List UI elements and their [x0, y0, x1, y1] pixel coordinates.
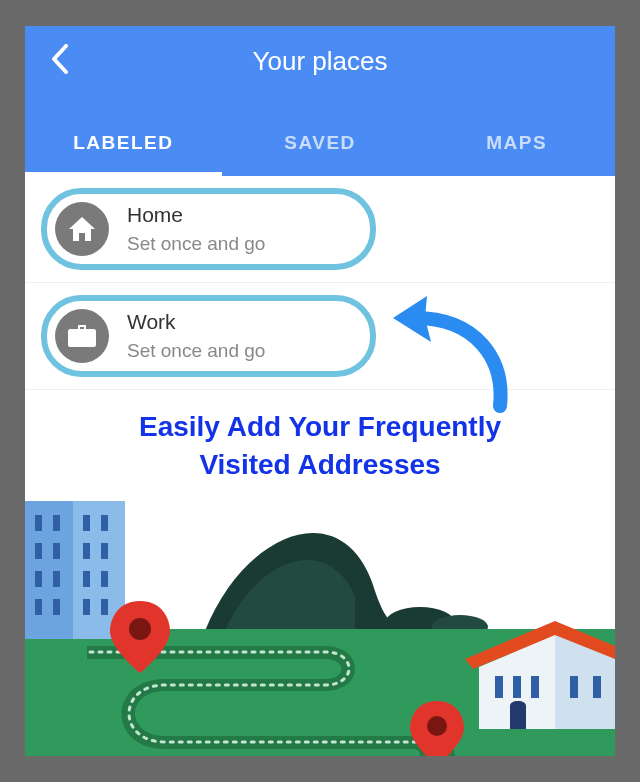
tabs: LABELED SAVED MAPS — [25, 96, 615, 176]
tab-maps[interactable]: MAPS — [418, 132, 615, 176]
list-item: Work Set once and go — [25, 283, 615, 390]
svg-rect-19 — [83, 599, 90, 615]
work-place-button[interactable]: Work Set once and go — [41, 295, 376, 377]
svg-rect-14 — [101, 515, 108, 531]
svg-rect-17 — [83, 571, 90, 587]
svg-rect-24 — [570, 676, 578, 698]
svg-rect-23 — [531, 676, 539, 698]
home-icon — [68, 216, 96, 242]
svg-rect-11 — [35, 599, 42, 615]
callout-text: Easily Add Your Frequently Visited Addre… — [25, 390, 615, 490]
home-icon-circle — [55, 202, 109, 256]
svg-rect-13 — [83, 515, 90, 531]
svg-rect-4 — [25, 501, 73, 639]
places-list: Home Set once and go Work Set once and g… — [25, 176, 615, 390]
list-item: Home Set once and go — [25, 176, 615, 283]
header: Your places LABELED SAVED MAPS — [25, 26, 615, 176]
svg-rect-16 — [101, 543, 108, 559]
illustration — [25, 501, 615, 756]
svg-rect-20 — [101, 599, 108, 615]
svg-rect-18 — [101, 571, 108, 587]
titlebar: Your places — [25, 26, 615, 96]
callout-line2: Visited Addresses — [199, 449, 440, 480]
work-label: Work — [127, 310, 265, 334]
tab-labeled[interactable]: LABELED — [25, 132, 222, 176]
svg-rect-21 — [513, 676, 521, 698]
page-title: Your places — [253, 46, 388, 77]
home-sub: Set once and go — [127, 233, 265, 255]
work-icon-circle — [55, 309, 109, 363]
svg-point-26 — [129, 618, 151, 640]
chevron-left-icon — [51, 44, 69, 74]
svg-rect-8 — [53, 543, 60, 559]
svg-point-27 — [427, 716, 447, 736]
back-button[interactable] — [43, 36, 77, 86]
item-text: Work Set once and go — [127, 310, 265, 362]
home-place-button[interactable]: Home Set once and go — [41, 188, 376, 270]
svg-rect-22 — [495, 676, 503, 698]
svg-rect-15 — [83, 543, 90, 559]
svg-rect-10 — [53, 571, 60, 587]
work-sub: Set once and go — [127, 340, 265, 362]
app-screen: Your places LABELED SAVED MAPS Home Set … — [25, 26, 615, 756]
svg-rect-12 — [53, 599, 60, 615]
svg-rect-25 — [593, 676, 601, 698]
svg-rect-7 — [35, 543, 42, 559]
svg-rect-9 — [35, 571, 42, 587]
svg-rect-5 — [35, 515, 42, 531]
tab-saved[interactable]: SAVED — [222, 132, 419, 176]
briefcase-icon — [68, 324, 96, 348]
item-text: Home Set once and go — [127, 203, 265, 255]
callout-line1: Easily Add Your Frequently — [139, 411, 501, 442]
home-label: Home — [127, 203, 265, 227]
svg-rect-6 — [53, 515, 60, 531]
